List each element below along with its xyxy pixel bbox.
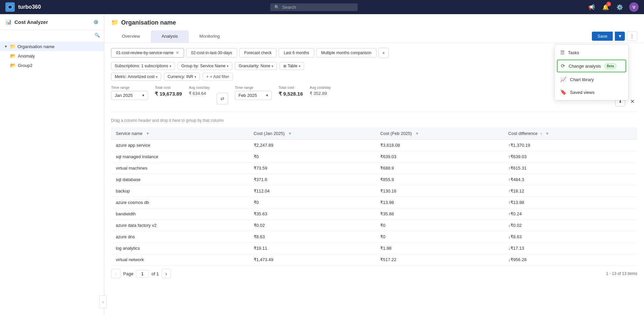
cell-service-name: virtual network	[111, 254, 249, 266]
nav-left: turbo360	[5, 2, 41, 12]
filter-currency[interactable]: Currency: INR ▾	[164, 73, 200, 81]
cell-cost-jan: ₹0	[249, 151, 376, 163]
chevron-down-icon: ▼	[4, 44, 8, 48]
group2-label: Group2	[18, 63, 32, 68]
right-time-range: Time range Feb 2025 ▾	[235, 85, 272, 100]
filter-subscriptions[interactable]: Subscriptions: 1 subscriptions ▾	[111, 62, 175, 70]
tasks-icon: ☰	[560, 49, 565, 56]
sidebar-search-icon[interactable]: 🔍	[95, 33, 100, 38]
cell-cost-jan: ₹2,247.89	[249, 140, 376, 151]
table-row: azure data factory v2 ₹0.02 ₹0 ↓₹0.02	[111, 220, 637, 231]
menu-item-chart-library[interactable]: 📈 Chart library	[555, 73, 628, 86]
table-header-row: Service name ▼ Cost (Jan 2025) ▼ Cost (F…	[111, 128, 637, 140]
menu-item-tasks[interactable]: ☰ Tasks	[555, 46, 628, 59]
filter-service-icon[interactable]: ▼	[146, 131, 150, 136]
table-row: backup ₹112.04 ₹130.16 ↑₹18.12	[111, 185, 637, 197]
cell-cost-jan: ₹0	[249, 197, 376, 208]
chevron-down-icon: ▾	[272, 64, 273, 68]
search-bar[interactable]: 🔍	[270, 3, 358, 11]
prev-page-button[interactable]: ‹	[111, 269, 120, 278]
settings-icon[interactable]: ⚙️	[615, 2, 624, 12]
cell-cost-diff: ↓₹17.13	[504, 243, 637, 254]
filter-granularity[interactable]: Granularity: None ▾	[235, 62, 277, 70]
drag-hint: Drag a column header and drop it here to…	[111, 116, 637, 125]
cell-cost-diff: ↑₹615.31	[504, 163, 637, 174]
add-analysis-tab-button[interactable]: +	[379, 48, 389, 58]
cell-cost-feb: ₹130.16	[375, 185, 503, 197]
sidebar-collapse-button[interactable]: ‹	[99, 295, 104, 308]
right-total-cost: Total cost ₹ 9,528.16	[279, 85, 303, 97]
menu-item-change-analysis[interactable]: ⟳ Change analysis Beta	[557, 60, 626, 72]
top-nav: turbo360 🔍 📢 🔔 1 ⚙️ V	[0, 0, 644, 14]
app-layout: 📊 Cost Analyzer ⚙️ 🔍 ▼ 📁 Organisation na…	[0, 14, 644, 315]
cell-cost-jan: ₹112.04	[249, 185, 376, 197]
filter-view-type[interactable]: ⊞ Table ▾	[280, 62, 304, 70]
cell-cost-feb: ₹3,618.08	[375, 140, 503, 151]
folder-icon: 📁	[10, 44, 15, 49]
analysis-tab-0[interactable]: 01-cost-review-by-service-name ✕	[111, 48, 184, 58]
cell-cost-feb: ₹13.98	[375, 197, 503, 208]
table-row: sql managed instance ₹0 ₹639.03 ↑₹639.03	[111, 151, 637, 163]
sidebar-item-anomaly[interactable]: 📂 Anomaly	[0, 51, 104, 61]
tab-analysis[interactable]: Analysis	[151, 30, 188, 43]
close-comparison-button[interactable]: ✕	[627, 96, 637, 106]
table-row: azure cosmos db ₹0 ₹13.98 ↑₹13.98	[111, 197, 637, 208]
avatar[interactable]: V	[629, 2, 639, 12]
more-options-button[interactable]: ⋮	[627, 31, 637, 41]
next-page-button[interactable]: ›	[162, 269, 171, 278]
tab-overview[interactable]: Overview	[111, 30, 151, 43]
add-filter-button[interactable]: + + Add filter	[203, 73, 233, 81]
saved-views-icon: 🔖	[560, 89, 567, 95]
analysis-tab-1[interactable]: 02-cost-in-last-30-days	[186, 48, 237, 58]
cell-cost-diff: ↓₹8.63	[504, 231, 637, 243]
analysis-tab-4[interactable]: Multiple months comparison	[316, 48, 377, 58]
filter-diff-icon[interactable]: ▼	[545, 131, 549, 136]
left-time-range: Time range Jan 2025 ▾	[111, 85, 148, 100]
filter-cost-feb-icon[interactable]: ▼	[415, 131, 419, 136]
cell-service-name: azure dns	[111, 231, 249, 243]
cell-cost-feb: ₹1.98	[375, 243, 503, 254]
right-time-select[interactable]: Feb 2025 ▾	[235, 91, 272, 100]
left-avg-cost: Avg cost/day ₹ 634.64	[189, 85, 210, 96]
save-dropdown-button[interactable]: ▼	[615, 32, 625, 41]
announcements-icon[interactable]: 📢	[587, 2, 596, 12]
of-label: of 1	[151, 271, 159, 276]
sidebar-tree: ▼ 📁 Organisation name 📂 Anomaly 📂 Group2	[0, 40, 104, 71]
sidebar-settings-icon[interactable]: ⚙️	[93, 20, 99, 25]
notification-badge: 1	[606, 2, 611, 6]
sidebar-header: 📊 Cost Analyzer ⚙️	[0, 14, 104, 30]
analysis-tab-2[interactable]: Forecast check	[239, 48, 277, 58]
folder-icon: 📂	[10, 53, 16, 59]
filter-metric[interactable]: Metric: Amortized cost ▾	[111, 73, 161, 81]
cell-service-name: azure cosmos db	[111, 197, 249, 208]
filter-cost-jan-icon[interactable]: ▼	[288, 131, 292, 136]
cell-cost-diff: ↑₹18.12	[504, 185, 637, 197]
cell-cost-feb: ₹688.9	[375, 163, 503, 174]
save-button[interactable]: Save	[592, 32, 613, 41]
cell-cost-jan: ₹371.6	[249, 174, 376, 185]
chevron-down-icon: ▾	[299, 64, 300, 68]
filter-group-by[interactable]: Group by: Service Name ▾	[178, 62, 232, 70]
page-items-info: 1 - 13 of 13 items	[606, 271, 637, 276]
sidebar-item-group2[interactable]: 📂 Group2	[0, 61, 104, 70]
cell-cost-jan: ₹0.02	[249, 220, 376, 231]
cell-service-name: sql managed instance	[111, 151, 249, 163]
cell-service-name: backup	[111, 185, 249, 197]
chart-library-icon: 📈	[560, 76, 567, 82]
analysis-tab-3[interactable]: Last 6 months	[279, 48, 314, 58]
sidebar-item-org[interactable]: ▼ 📁 Organisation name	[0, 42, 104, 51]
cell-service-name: virtual machines	[111, 163, 249, 174]
tab-monitoring[interactable]: Monitoring	[189, 30, 231, 43]
page-input[interactable]	[136, 270, 149, 278]
chevron-down-icon: ▾	[227, 64, 228, 68]
sort-diff-icon[interactable]: ↑	[540, 132, 542, 136]
cell-cost-feb: ₹855.9	[375, 174, 503, 185]
left-time-select[interactable]: Jan 2025 ▾	[111, 91, 148, 100]
search-input[interactable]	[282, 5, 354, 10]
swap-button[interactable]: ⇄	[217, 93, 228, 104]
cell-service-name: azure app service	[111, 140, 249, 151]
menu-item-saved-views[interactable]: 🔖 Saved views	[555, 86, 628, 99]
close-tab-icon[interactable]: ✕	[176, 50, 179, 55]
notifications-icon[interactable]: 🔔 1	[601, 2, 610, 12]
col-cost-jan: Cost (Jan 2025) ▼	[249, 128, 376, 140]
